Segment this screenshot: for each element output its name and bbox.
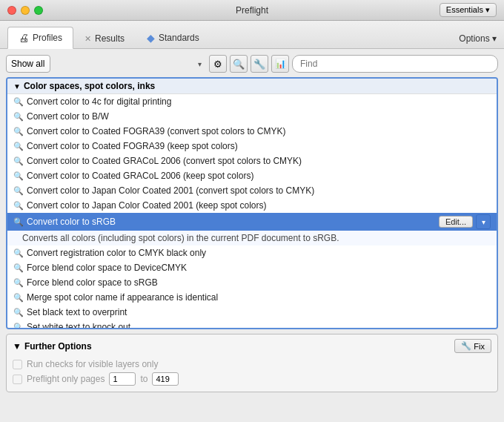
search-icon: 🔍	[13, 307, 24, 317]
visible-layers-row: Run checks for visible layers only	[13, 357, 491, 371]
dropdown-arrow-button[interactable]: ▾	[476, 214, 491, 229]
list-item[interactable]: 🔍 Convert color to Japan Color Coated 20…	[7, 183, 497, 198]
show-all-select[interactable]: Show all	[6, 55, 50, 73]
further-options-label: Further Options	[24, 341, 92, 352]
search-icon: 🔍	[13, 200, 24, 211]
tabs-bar: 🖨 Profiles ✕ Results ◆ Standards Options…	[0, 21, 504, 49]
item-text: Convert color to 4c for digital printing	[27, 96, 491, 107]
fix-button[interactable]: 🔧 Fix	[454, 339, 491, 353]
filter-row: Show all ⚙ 🔍 🔧 📊	[6, 55, 498, 73]
item-text: Convert color to Japan Color Coated 2001…	[27, 185, 491, 196]
further-options-title: ▼ Further Options	[13, 341, 92, 352]
magnify-icon: 🔍	[233, 59, 245, 70]
item-text: Set black text to overprint	[27, 307, 491, 317]
tab-standards-label: Standards	[159, 33, 199, 43]
list-item[interactable]: 🔍 Convert color to Coated GRACoL 2006 (c…	[7, 154, 497, 168]
list-item[interactable]: 🔍 Convert color to B/W	[7, 109, 497, 124]
edit-button[interactable]: Edit...	[439, 216, 473, 228]
search-icon: 🔍	[13, 96, 24, 107]
further-options-header: ▼ Further Options 🔧 Fix	[13, 339, 491, 353]
color-spaces-title: Color spaces, spot colors, inks	[24, 81, 155, 91]
search-icon: 🔍	[13, 217, 24, 227]
list-item[interactable]: 🔍 Merge spot color name if appearance is…	[7, 290, 497, 305]
results-icon: ✕	[84, 34, 91, 44]
search-icon: 🔍	[13, 322, 24, 329]
list-item[interactable]: 🔍 Force blend color space to sRGB	[7, 275, 497, 290]
tab-standards[interactable]: ◆ Standards	[136, 27, 210, 48]
tab-results-label: Results	[95, 33, 125, 44]
chart-button[interactable]: 📊	[271, 55, 289, 73]
search-icon: 🔍	[13, 185, 24, 196]
essentials-button[interactable]: Essentials ▾	[440, 3, 497, 17]
wrench-icon: 🔧	[253, 59, 265, 70]
list-item[interactable]: 🔍 Convert registration color to CMYK bla…	[7, 245, 497, 260]
preflight-pages-label: Preflight only pages	[27, 374, 105, 384]
wrench-small-icon: 🔧	[461, 341, 471, 351]
tab-profiles[interactable]: 🖨 Profiles	[7, 27, 73, 49]
title-bar: Preflight Essentials ▾	[0, 0, 504, 21]
search-button[interactable]: 🔍	[230, 55, 248, 73]
window-title: Preflight	[236, 5, 268, 16]
color-spaces-section-header: ▼ Color spaces, spot colors, inks	[7, 79, 497, 94]
search-icon: 🔍	[13, 263, 24, 273]
fullscreen-button[interactable]	[34, 6, 43, 15]
edit-profiles-icon: ⚙	[213, 59, 222, 70]
traffic-lights[interactable]	[7, 6, 43, 15]
list-item[interactable]: 🔍 Set black text to overprint	[7, 305, 497, 320]
item-text: Set white text to knock out	[27, 322, 491, 329]
search-icon: 🔍	[13, 111, 24, 122]
standards-icon: ◆	[147, 32, 155, 44]
further-options-collapse-arrow[interactable]: ▼	[13, 341, 21, 352]
chart-icon: 📊	[275, 59, 286, 69]
list-item-description: Converts all colors (including spot colo…	[7, 231, 497, 245]
main-content: Show all ⚙ 🔍 🔧 📊 ▼ Color spaces, spot co…	[0, 49, 504, 398]
description-text: Converts all colors (including spot colo…	[22, 233, 491, 243]
item-text: Convert color to Coated FOGRA39 (keep sp…	[27, 141, 491, 151]
visible-layers-label: Run checks for visible layers only	[27, 359, 158, 369]
list-item[interactable]: 🔍 Force blend color space to DeviceCMYK	[7, 260, 497, 275]
search-icon: 🔍	[13, 277, 24, 288]
further-options-panel: ▼ Further Options 🔧 Fix Run checks for v…	[6, 334, 498, 392]
preflight-pages-row: Preflight only pages to	[13, 371, 491, 387]
search-icon: 🔍	[13, 141, 24, 151]
search-icon: 🔍	[13, 171, 24, 181]
item-text: Convert registration color to CMYK black…	[27, 248, 491, 258]
minimize-button[interactable]	[21, 6, 30, 15]
search-icon: 🔍	[13, 126, 24, 136]
preflight-pages-checkbox[interactable]	[13, 375, 22, 384]
item-text: Convert color to B/W	[27, 111, 491, 122]
item-text: Force blend color space to sRGB	[27, 277, 491, 288]
options-button[interactable]: Options ▾	[459, 33, 497, 44]
item-text: Convert color to Coated GRACoL 2006 (kee…	[27, 171, 491, 181]
visible-layers-checkbox[interactable]	[13, 360, 22, 369]
search-icon: 🔍	[13, 248, 24, 258]
profiles-list: ▼ Color spaces, spot colors, inks 🔍 Conv…	[6, 77, 498, 329]
search-icon: 🔍	[13, 156, 24, 166]
profiles-icon: 🖨	[19, 32, 29, 44]
close-button[interactable]	[7, 6, 16, 15]
list-item[interactable]: 🔍 Convert color to Coated FOGRA39 (keep …	[7, 139, 497, 154]
list-item[interactable]: 🔍 Set white text to knock out	[7, 320, 497, 329]
edit-profiles-button[interactable]: ⚙	[209, 55, 227, 73]
tab-profiles-label: Profiles	[33, 33, 62, 43]
item-text: Convert color to Japan Color Coated 2001…	[27, 200, 491, 211]
list-item-selected[interactable]: 🔍 Convert color to sRGB Edit... ▾	[7, 213, 497, 231]
list-item[interactable]: 🔍 Convert color to 4c for digital printi…	[7, 94, 497, 109]
pages-to-label: to	[140, 374, 147, 384]
show-all-wrapper: Show all	[6, 55, 206, 73]
tab-results[interactable]: ✕ Results	[73, 28, 136, 48]
pages-to-input[interactable]	[152, 372, 179, 386]
pages-from-input[interactable]	[109, 372, 136, 386]
item-text: Merge spot color name if appearance is i…	[27, 292, 491, 303]
list-item[interactable]: 🔍 Convert color to Japan Color Coated 20…	[7, 198, 497, 213]
list-item[interactable]: 🔍 Convert color to Coated FOGRA39 (conve…	[7, 124, 497, 139]
fix-label: Fix	[474, 342, 485, 351]
item-text: Convert color to Coated GRACoL 2006 (con…	[27, 156, 491, 166]
item-text: Convert color to Coated FOGRA39 (convert…	[27, 126, 491, 136]
find-input[interactable]	[292, 55, 498, 73]
search-icon: 🔍	[13, 292, 24, 303]
list-item[interactable]: 🔍 Convert color to Coated GRACoL 2006 (k…	[7, 168, 497, 183]
section-collapse-arrow[interactable]: ▼	[13, 82, 21, 90]
item-text: Force blend color space to DeviceCMYK	[27, 263, 491, 273]
wrench-button[interactable]: 🔧	[251, 55, 268, 73]
